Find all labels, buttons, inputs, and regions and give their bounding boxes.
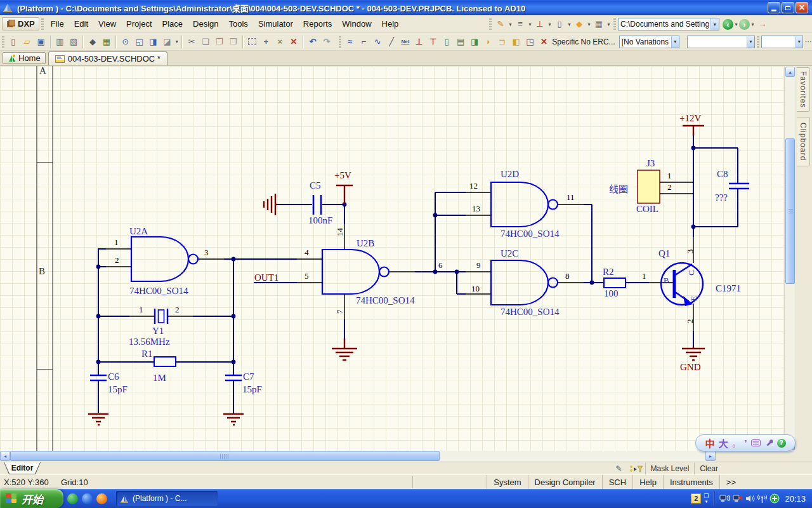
- panel-more-button[interactable]: >>: [719, 475, 742, 489]
- open-device-view-button[interactable]: ◆: [86, 35, 100, 49]
- dropdown-caret-icon[interactable]: ▾: [527, 22, 533, 27]
- place-signal-harness-button[interactable]: ∿: [370, 35, 384, 49]
- panel-tab-clipboard[interactable]: Clipboard: [797, 117, 810, 166]
- schematic-canvas[interactable]: [0, 66, 784, 451]
- auto-update-icon[interactable]: [769, 493, 780, 504]
- print-preview-button[interactable]: ▧: [67, 35, 81, 49]
- sim-profile-input[interactable]: [688, 37, 747, 47]
- digital-devices-tool-button[interactable]: ▯: [553, 17, 566, 31]
- variations-input[interactable]: [620, 37, 671, 47]
- editor-tab[interactable]: Editor: [4, 462, 41, 474]
- zoom-area-button[interactable]: ◱: [133, 35, 147, 49]
- quick-launch-icon-3[interactable]: [96, 493, 107, 504]
- place-device-sheet-button[interactable]: ◳: [523, 35, 537, 49]
- highlight-pencil-button[interactable]: ✎: [611, 463, 627, 474]
- document-path-combo[interactable]: ▾: [618, 18, 719, 30]
- place-no-erc-button[interactable]: ✕: [537, 35, 551, 49]
- menu-simulator[interactable]: Simulator: [253, 17, 298, 30]
- restore-button[interactable]: [782, 2, 794, 13]
- paste-button[interactable]: ❐: [213, 35, 226, 49]
- scroll-up-button[interactable]: ▴: [785, 67, 795, 77]
- panel-button-sch[interactable]: SCH: [602, 475, 632, 489]
- menu-project[interactable]: Project: [121, 17, 157, 30]
- dropdown-caret-icon[interactable]: ▾: [606, 22, 612, 27]
- back-history-caret-icon[interactable]: ▾: [733, 22, 739, 27]
- dropdown-caret-icon[interactable]: ▾: [547, 22, 553, 27]
- network-status-icon[interactable]: [719, 494, 730, 504]
- toolbar-grip[interactable]: [41, 18, 44, 30]
- ime-punctuation[interactable]: 。: [732, 437, 740, 449]
- dropdown-caret-icon[interactable]: ▾: [566, 22, 572, 27]
- place-sheet-entry-button[interactable]: ◨: [468, 35, 481, 49]
- cross-select-tool-button[interactable]: →: [756, 17, 769, 31]
- panel-button-design-compiler[interactable]: Design Compiler: [528, 475, 602, 489]
- place-gnd-port-button[interactable]: ⊥: [412, 35, 426, 49]
- place-net-label-button[interactable]: Net: [398, 35, 412, 49]
- mask-level-button[interactable]: Mask Level: [645, 463, 695, 474]
- scroll-left-button[interactable]: ◂: [0, 451, 10, 461]
- menu-window[interactable]: Window: [337, 17, 376, 30]
- ime-options-wrench-icon[interactable]: [764, 438, 773, 449]
- select-area-button[interactable]: [246, 35, 259, 49]
- minimize-button[interactable]: [768, 2, 780, 13]
- utilities-tool-button[interactable]: ✎: [494, 17, 508, 31]
- place-harness-connector-button[interactable]: ◗: [481, 35, 495, 49]
- panel-button-instruments[interactable]: Instruments: [663, 475, 719, 489]
- horizontal-scrollbar[interactable]: ◂ ▸: [0, 451, 784, 462]
- mask-filter-button[interactable]: [627, 463, 645, 474]
- combo-dropdown-icon[interactable]: ▾: [796, 36, 802, 48]
- menu-place[interactable]: Place: [157, 17, 188, 30]
- move-selection-button[interactable]: +: [259, 35, 273, 49]
- menu-help[interactable]: Help: [377, 17, 404, 30]
- place-part-button[interactable]: ▯: [440, 35, 454, 49]
- alignment-tool-button[interactable]: ≡: [513, 17, 527, 31]
- close-button[interactable]: ✕: [796, 2, 808, 13]
- wireless-icon[interactable]: [757, 494, 767, 504]
- grids-tool-button[interactable]: ▦: [592, 17, 606, 31]
- more-options-dots[interactable]: ⋯: [805, 37, 812, 46]
- toolbar-grip[interactable]: [613, 18, 616, 30]
- document-path-input[interactable]: [619, 19, 710, 29]
- dxp-menu-button[interactable]: DXP: [2, 17, 39, 30]
- clear-filter-button[interactable]: ✕: [287, 35, 301, 49]
- network-disconnected-icon[interactable]: [733, 494, 743, 504]
- back-button[interactable]: ‹: [723, 19, 733, 30]
- save-document-button[interactable]: ▣: [34, 35, 48, 49]
- taskbar-task-platform[interactable]: (Platform ) - C...: [116, 491, 218, 506]
- dropdown-caret-icon[interactable]: ▾: [508, 22, 513, 27]
- home-button[interactable]: Home: [3, 52, 46, 64]
- quick-launch-icon-1[interactable]: [67, 493, 78, 504]
- toolbar-grip[interactable]: [2, 36, 4, 48]
- ime-quote[interactable]: ’: [745, 438, 747, 448]
- toolbar-restore-icon[interactable]: ❐ ▾: [704, 493, 709, 504]
- forward-button[interactable]: ›: [739, 19, 750, 30]
- volume-icon[interactable]: [745, 494, 755, 504]
- combo-dropdown-icon[interactable]: ▾: [671, 36, 679, 48]
- extra-combo[interactable]: ▾: [761, 36, 803, 48]
- vertical-scrollbar[interactable]: ▴ ▾: [784, 66, 795, 451]
- combo-dropdown-icon[interactable]: ▾: [710, 18, 719, 30]
- fit-document-button[interactable]: ⊙: [119, 35, 133, 49]
- new-document-button[interactable]: ▯: [6, 35, 20, 49]
- combo-dropdown-icon[interactable]: ▾: [747, 36, 755, 48]
- panel-button-help[interactable]: Help: [632, 475, 663, 489]
- start-button[interactable]: 开始: [0, 489, 63, 508]
- menu-edit[interactable]: Edit: [69, 17, 93, 30]
- undo-button[interactable]: ↶: [306, 35, 320, 49]
- deselect-button[interactable]: ×: [273, 35, 287, 49]
- extra-combo-input[interactable]: [762, 37, 795, 47]
- place-port-button[interactable]: ⊐: [495, 35, 509, 49]
- vertical-scroll-thumb[interactable]: [785, 138, 795, 284]
- panel-tab-favorites[interactable]: Favorites: [797, 67, 810, 112]
- toolbar-grip[interactable]: [489, 18, 492, 30]
- menu-design[interactable]: Design: [188, 17, 223, 30]
- toolbar-grip[interactable]: [339, 36, 341, 48]
- menu-tools[interactable]: Tools: [224, 17, 253, 30]
- place-sheet-symbol-button[interactable]: ▤: [454, 35, 468, 49]
- menu-view[interactable]: View: [93, 17, 121, 30]
- language-indicator-icon[interactable]: 2: [691, 493, 701, 504]
- dropdown-caret-icon[interactable]: ▾: [586, 22, 592, 27]
- simulation-sources-tool-button[interactable]: ◆: [572, 17, 586, 31]
- ime-language-bar[interactable]: 中 大 。 ’ ?: [695, 434, 796, 451]
- forward-history-caret-icon[interactable]: ▾: [750, 22, 756, 27]
